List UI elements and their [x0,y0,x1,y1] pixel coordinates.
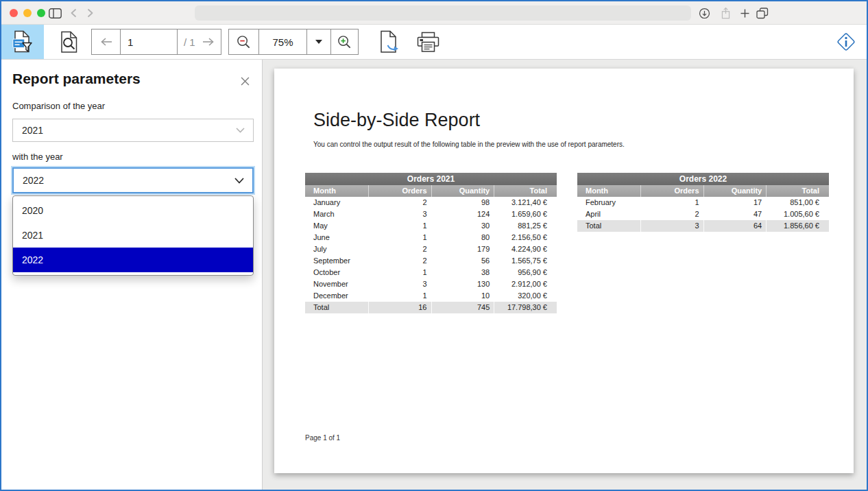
export-document-button[interactable] [374,25,404,59]
table-cell: 1 [368,220,431,232]
table-cell: 2 [640,208,703,220]
table-cell: 851,00 € [766,197,829,208]
about-info-button[interactable] [832,25,860,59]
panel-title: Report parameters [12,71,141,87]
table-cell: 3 [640,220,703,232]
table-cell: 130 [431,278,494,290]
report-parameters-panel: Report parameters Comparison of the year… [1,60,263,490]
table-cell: 124 [431,208,494,220]
table-row: January2983.121,40 € [305,197,557,208]
dropdown-option-2020[interactable]: 2020 [13,198,253,223]
arrow-right-icon [201,36,216,47]
table-row: June1802.156,50 € [305,232,557,243]
zoom-out-icon [236,34,252,50]
page-footer: Page 1 of 1 [305,434,340,442]
table-cell: 320,00 € [494,290,557,302]
share-icon[interactable] [716,1,734,25]
table-cell: January [305,197,368,208]
table-cell: 1 [368,267,431,278]
search-in-document-button[interactable] [53,25,85,59]
table-cell: 881,25 € [494,220,557,232]
table-body: January2983.121,40 €March31241.659,60 €M… [305,197,557,302]
table-row: April2471.005,60 € [577,208,829,220]
table-cell: Orders [368,185,431,197]
report-page: Side-by-Side Report You can control the … [274,69,854,473]
page-total-label: / 1 [178,29,197,54]
table-cell: 1.659,60 € [494,208,557,220]
table-row: March31241.659,60 € [305,208,557,220]
table-total-row: Total3641.856,60 € [577,220,829,232]
export-icon [378,30,399,54]
next-page-button[interactable] [197,29,221,54]
close-panel-button[interactable] [239,75,251,87]
table-cell: 47 [703,208,767,220]
print-button[interactable] [412,25,444,59]
table-cell: 56 [431,255,494,267]
param-label-comparison-year: Comparison of the year [12,101,105,111]
table-cell: Month [577,185,640,197]
search-document-icon [60,31,78,53]
dropdown-option-2021[interactable]: 2021 [13,223,253,248]
maximize-window-button[interactable] [37,9,45,17]
arrow-left-icon [99,36,114,47]
forward-icon[interactable] [82,1,99,25]
comparison-year-select[interactable]: 2021 [12,119,254,142]
table-cell: 16 [368,302,431,313]
printer-icon [416,32,440,53]
document-preview-area[interactable]: Side-by-Side Report You can control the … [263,60,867,490]
titlebar [1,1,867,25]
close-icon [241,77,250,86]
minimize-window-button[interactable] [23,9,32,17]
report-subtitle: You can control the output result of the… [313,141,625,148]
table-cell: Total [577,220,640,232]
report-parameters-toggle-button[interactable] [1,25,44,59]
zoom-in-button[interactable] [330,29,358,54]
table-row: November31302.912,00 € [305,278,557,290]
table-cell: Quantity [703,185,767,197]
zoom-out-button[interactable] [229,29,258,54]
table-cell: May [305,220,368,232]
zoom-in-icon [337,34,352,50]
with-year-select[interactable]: 2022 [12,167,254,193]
table-header-row: MonthOrdersQuantityTotal [577,185,829,197]
orders-2022-table: Orders 2022 MonthOrdersQuantityTotal Feb… [577,173,829,232]
tabs-overview-icon[interactable] [753,1,772,25]
previous-page-button[interactable] [92,29,120,54]
table-cell: February [577,197,640,208]
table-header-row: MonthOrdersQuantityTotal [305,185,557,197]
table-cell: 10 [431,290,494,302]
with-year-value: 2022 [14,175,234,186]
zoom-level-label: 75% [258,29,306,54]
address-bar[interactable] [195,5,691,21]
table-cell: November [305,278,368,290]
new-tab-icon[interactable] [736,1,754,25]
table-title: Orders 2022 [577,173,829,185]
table-cell: 3 [368,208,431,220]
table-cell: 80 [431,232,494,243]
table-row: February117851,00 € [577,197,829,208]
info-icon [834,29,858,54]
dropdown-option-2022-selected[interactable]: 2022 [13,248,253,272]
caret-down-icon [315,40,322,44]
table-cell: 956,90 € [494,267,557,278]
viewer-toolbar: / 1 75% [1,25,867,60]
table-cell: Month [305,185,368,197]
close-window-button[interactable] [10,9,18,17]
downloads-icon[interactable] [695,1,713,25]
table-row: December110320,00 € [305,290,557,302]
sidebar-toggle-icon[interactable] [45,1,64,25]
table-cell: 17.798,30 € [494,302,557,313]
table-cell: 2 [368,197,431,208]
report-parameters-icon [12,30,33,53]
back-icon[interactable] [65,1,82,25]
table-cell: April [577,208,640,220]
table-body: February117851,00 €April2471.005,60 € [577,197,829,220]
page-number-input[interactable] [120,29,178,54]
param-label-with-year: with the year [12,152,63,162]
table-row: July21794.224,90 € [305,243,557,255]
page-navigation-group: / 1 [91,29,221,55]
zoom-dropdown-button[interactable] [306,29,330,54]
table-cell: 4.224,90 € [494,243,557,255]
table-cell: 1 [640,197,703,208]
table-cell: 98 [431,197,494,208]
